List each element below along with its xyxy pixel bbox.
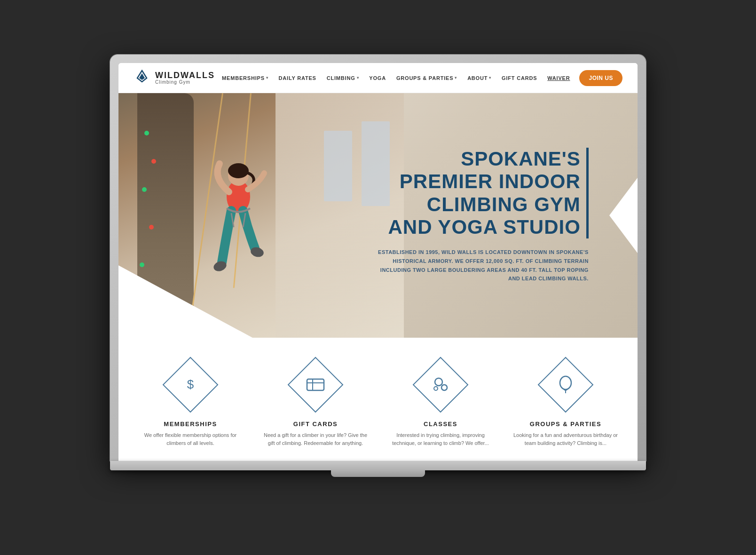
logo-icon <box>134 70 150 87</box>
card-desc-classes: Interested in trying climbing, improving… <box>386 431 496 447</box>
logo-area: WILDWALLS Climbing Gym <box>134 70 215 87</box>
logo-wild: WILD <box>155 71 181 80</box>
nav-label-yoga: YOGA <box>369 75 386 81</box>
card-memberships: $ MEMBERSHIPS We offer flexible membersh… <box>135 357 245 447</box>
hero-text-area: SPOKANE'S PREMIER INDOOR CLIMBING GYM AN… <box>378 148 617 283</box>
card-title-groups-parties: GROUPS & PARTIES <box>530 420 601 428</box>
chevron-down-icon: ▾ <box>455 76 457 80</box>
hold-red-1 <box>151 159 156 164</box>
card-classes: CLASSES Interested in trying climbing, i… <box>386 357 496 447</box>
laptop-wrapper: WILDWALLS Climbing Gym MEMBERSHIPS ▾ <box>72 40 684 515</box>
hold-red-2 <box>149 225 154 230</box>
hero-title-line1: SPOKANE'S <box>461 148 581 170</box>
card-groups-parties: GROUPS & PARTIES Looking for a fun and a… <box>511 357 621 447</box>
nav-link-groups[interactable]: GROUPS & PARTIES ▾ <box>393 72 461 84</box>
hero-description: ESTABLISHED IN 1995, WILD WALLS IS LOCAT… <box>378 248 589 283</box>
cards-section: $ MEMBERSHIPS We offer flexible membersh… <box>118 338 638 461</box>
nav-link-yoga[interactable]: YOGA <box>365 72 390 84</box>
nav-link-memberships[interactable]: MEMBERSHIPS ▾ <box>218 72 272 84</box>
diamond-border-memberships <box>163 357 219 413</box>
diamond-classes <box>412 357 469 413</box>
hero-title-line2: PREMIER INDOOR <box>400 170 581 192</box>
laptop-screen: WILDWALLS Climbing Gym MEMBERSHIPS ▾ <box>118 63 638 461</box>
nav-link-climbing[interactable]: CLIMBING ▾ <box>323 72 363 84</box>
nav-item-yoga[interactable]: YOGA <box>365 72 390 84</box>
logo-name: WILDWALLS <box>155 71 215 79</box>
card-gift-cards: GIFT CARDS Need a gift for a climber in … <box>260 357 370 447</box>
svg-point-4 <box>228 163 249 178</box>
laptop-bezel: WILDWALLS Climbing Gym MEMBERSHIPS ▾ <box>110 55 646 461</box>
nav-label-about: ABOUT <box>467 75 488 81</box>
window-2 <box>324 131 352 201</box>
logo-subtitle: Climbing Gym <box>155 79 215 85</box>
nav-links: MEMBERSHIPS ▾ DAILY RATES CLIMBING ▾ <box>218 72 574 84</box>
navbar: WILDWALLS Climbing Gym MEMBERSHIPS ▾ <box>118 63 638 93</box>
card-desc-groups-parties: Looking for a fun and adventurous birthd… <box>511 431 621 447</box>
nav-label-waiver: WAIVER <box>547 75 570 81</box>
diamond-groups-parties <box>537 357 594 413</box>
nav-label-groups: GROUPS & PARTIES <box>396 75 453 81</box>
nav-link-about[interactable]: ABOUT ▾ <box>464 72 495 84</box>
card-desc-memberships: We offer flexible membership options for… <box>135 431 245 447</box>
card-title-gift-cards: GIFT CARDS <box>293 420 338 428</box>
diamond-border-gift-cards <box>288 357 344 413</box>
card-title-classes: CLASSES <box>424 420 457 428</box>
hero-title: SPOKANE'S PREMIER INDOOR CLIMBING GYM AN… <box>378 148 589 238</box>
chevron-down-icon: ▾ <box>266 76 268 80</box>
nav-item-groups[interactable]: GROUPS & PARTIES ▾ <box>393 72 461 84</box>
hero-title-line4: AND YOGA STUDIO <box>388 216 580 238</box>
hold-green-3 <box>140 262 144 267</box>
nav-item-waiver[interactable]: WAIVER <box>543 72 574 84</box>
logo-text-wrap: WILDWALLS Climbing Gym <box>155 71 215 85</box>
nav-item-memberships[interactable]: MEMBERSHIPS ▾ <box>218 72 272 84</box>
hero-image-area <box>118 93 404 338</box>
nav-item-gift-cards[interactable]: GIFT CARDS <box>498 72 541 84</box>
nav-item-climbing[interactable]: CLIMBING ▾ <box>323 72 363 84</box>
logo-walls: WALLS <box>181 71 215 80</box>
laptop-stand <box>331 470 425 477</box>
nav-link-daily-rates[interactable]: DAILY RATES <box>275 72 320 84</box>
laptop-base <box>110 461 646 470</box>
card-title-memberships: MEMBERSHIPS <box>164 420 217 428</box>
diamond-border-classes <box>413 357 469 413</box>
hero-title-line3: CLIMBING GYM <box>427 193 581 215</box>
nav-label-gift-cards: GIFT CARDS <box>502 75 537 81</box>
nav-label-climbing: CLIMBING <box>327 75 355 81</box>
card-desc-gift-cards: Need a gift for a climber in your life? … <box>260 431 370 447</box>
diamond-border-groups-parties <box>538 357 594 413</box>
diamond-gift-cards <box>287 357 344 413</box>
join-button[interactable]: JOIN US <box>579 70 622 86</box>
diamond-memberships: $ <box>162 357 219 413</box>
nav-item-about[interactable]: ABOUT ▾ <box>464 72 495 84</box>
nav-link-waiver[interactable]: WAIVER <box>543 72 574 84</box>
hold-green-2 <box>142 187 147 192</box>
nav-label-memberships: MEMBERSHIPS <box>222 75 265 81</box>
chevron-down-icon: ▾ <box>357 76 359 80</box>
nav-link-gift-cards[interactable]: GIFT CARDS <box>498 72 541 84</box>
nav-item-daily-rates[interactable]: DAILY RATES <box>275 72 320 84</box>
hold-green-1 <box>144 131 149 135</box>
chevron-down-icon: ▾ <box>489 76 491 80</box>
nav-label-daily-rates: DAILY RATES <box>279 75 316 81</box>
hero-section: SPOKANE'S PREMIER INDOOR CLIMBING GYM AN… <box>118 93 638 338</box>
